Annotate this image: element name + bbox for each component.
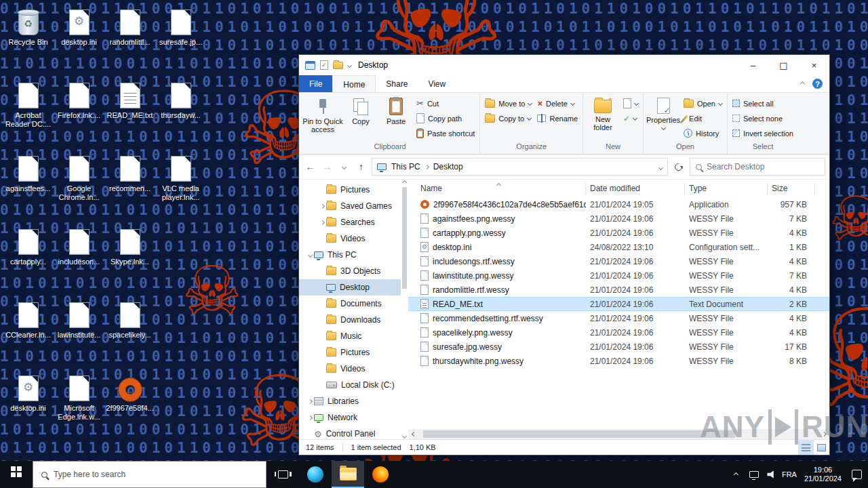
new-folder-button[interactable]: New folder — [585, 95, 620, 141]
move-to-button[interactable]: Move to — [482, 97, 534, 110]
sidebar-item-desktop[interactable]: Desktop — [299, 279, 401, 296]
desktop-icon-includesongs[interactable]: includeson... — [54, 222, 104, 296]
taskbar-clock[interactable]: 19:06 21/01/2024 — [798, 466, 848, 483]
scroll-down-icon[interactable] — [402, 434, 407, 439]
column-header-type[interactable]: Type — [685, 182, 768, 195]
file-row[interactable]: ⚙desktop.ini24/08/2022 13:10Configuratio… — [408, 240, 829, 254]
address-bar[interactable]: This PC Desktop — [372, 158, 668, 176]
paste-shortcut-button[interactable]: Paste shortcut — [414, 127, 477, 140]
tab-share[interactable]: Share — [376, 75, 418, 92]
close-button[interactable]: × — [799, 55, 829, 75]
cut-button[interactable]: ✂Cut — [414, 97, 477, 110]
file-row[interactable]: suresafe.jpg.wessy21/01/2024 19:06WESSY … — [408, 340, 829, 354]
tab-file[interactable]: File — [299, 75, 332, 92]
desktop-icon-desktop-ini-2[interactable]: ⚙desktop.ini — [3, 369, 54, 442]
show-hidden-icons-button[interactable] — [728, 461, 745, 488]
sidebar-item-network[interactable]: Network — [299, 409, 401, 426]
sidebar-item-local-disk-c[interactable]: Local Disk (C:) — [299, 377, 401, 393]
sidebar-item-control-panel[interactable]: ⚙Control Panel — [299, 426, 401, 439]
sidebar-item-downloads[interactable]: Downloads — [299, 312, 401, 328]
column-header-size[interactable]: Size — [768, 182, 815, 195]
sidebar-item-videos[interactable]: Videos — [299, 361, 401, 377]
desktop-icon-suresafe[interactable]: suresafe.jp... — [155, 3, 206, 76]
file-row[interactable]: includesongs.rtf.wessy21/01/2024 19:06WE… — [408, 254, 829, 268]
copy-button[interactable]: Copy — [343, 95, 378, 141]
desktop-icon-chrome[interactable]: Google Chrome.ln... — [54, 149, 104, 222]
file-row[interactable]: cartapply.png.wessy21/01/2024 19:06WESSY… — [408, 226, 829, 240]
desktop-icon-againstfees[interactable]: againstfees... — [3, 149, 54, 222]
column-header-date-modified[interactable]: Date modified — [586, 182, 685, 195]
history-button[interactable]: History — [681, 127, 725, 140]
scroll-up-icon[interactable] — [402, 180, 407, 185]
help-icon[interactable]: ? — [812, 79, 823, 89]
desktop-icon-thursdaywhite[interactable]: thursdayw... — [155, 76, 206, 149]
desktop-icon-recommendedsetting[interactable]: recommen... — [104, 149, 155, 222]
desktop-icon-read-me[interactable]: READ_ME.txt — [104, 76, 155, 149]
column-header-name[interactable]: Name — [408, 182, 586, 195]
sidebar-item-saved-games[interactable]: Saved Games — [299, 198, 401, 214]
breadcrumb-desktop[interactable]: Desktop — [433, 162, 463, 171]
file-row[interactable]: spacelikely.png.wessy21/01/2024 19:06WES… — [408, 325, 829, 340]
sidebar-item-videos-user[interactable]: Videos — [299, 230, 401, 247]
file-row[interactable]: lawinstitute.png.wessy21/01/2024 19:06WE… — [408, 268, 829, 283]
sidebar-item-this-pc[interactable]: This PC — [299, 247, 401, 263]
forward-button[interactable]: → — [319, 159, 336, 175]
select-all-button[interactable]: Select all — [730, 97, 796, 110]
desktop-icon-malware-app[interactable]: 2f9967e58f4... — [104, 369, 155, 442]
desktop-icon-desktop-ini[interactable]: ⚙desktop.ini — [54, 3, 104, 76]
desktop-icon-lawinstitute[interactable]: lawinstitute... — [54, 296, 104, 369]
scrollbar-thumb[interactable] — [423, 430, 735, 438]
file-row[interactable]: thursdaywhite.png.wessy21/01/2024 19:06W… — [408, 354, 829, 368]
desktop-icon-edge[interactable]: Microsoft Edge.lnk.w... — [54, 369, 104, 442]
file-row-selected[interactable]: READ_ME.txt21/01/2024 19:06Text Document… — [408, 297, 829, 311]
search-box[interactable]: Search Desktop — [690, 158, 825, 176]
properties-button[interactable]: Properties — [646, 95, 681, 141]
network-tray-button[interactable] — [745, 461, 763, 488]
volume-tray-button[interactable] — [763, 461, 781, 488]
taskbar-firefox-button[interactable] — [364, 461, 397, 488]
language-indicator[interactable]: FRA — [781, 461, 798, 488]
address-dropdown-chevron[interactable] — [658, 165, 663, 170]
file-row[interactable]: randomlittle.rtf.wessy21/01/2024 19:06WE… — [408, 283, 829, 297]
easy-access-button[interactable]: ✓ — [620, 112, 641, 125]
taskbar-search-box[interactable]: Type here to search — [33, 461, 267, 488]
desktop-icon-randomlittle[interactable]: randomlittl... — [104, 3, 155, 76]
desktop-icon-firefox[interactable]: Firefox.lnk.... — [54, 76, 104, 149]
action-center-button[interactable] — [848, 461, 865, 488]
sidebar-item-pictures[interactable]: Pictures — [299, 344, 401, 361]
new-item-button[interactable] — [620, 97, 641, 110]
desktop-icon-acrobat[interactable]: Acrobat Reader DC.... — [3, 76, 54, 149]
paste-button[interactable]: Paste — [378, 95, 414, 141]
tab-home[interactable]: Home — [332, 75, 376, 92]
desktop-icon-spacelikely[interactable]: spacelikely... — [104, 296, 155, 369]
sidebar-item-3d-objects[interactable]: 3D Objects — [299, 263, 401, 279]
file-row[interactable]: recommendedsetting.rtf.wessy21/01/2024 1… — [408, 311, 829, 325]
desktop-icon-skype[interactable]: Skype.lnk... — [104, 222, 155, 296]
sidebar-item-documents[interactable]: Documents — [299, 296, 401, 312]
desktop-icon-recycle-bin[interactable]: Recycle Bin — [3, 3, 54, 76]
qat-customize-chevron[interactable] — [347, 62, 352, 67]
select-none-button[interactable]: Select none — [730, 112, 796, 125]
delete-button[interactable]: ×Delete — [534, 97, 580, 110]
maximize-button[interactable]: □ — [768, 55, 799, 75]
sidebar-item-music[interactable]: Music — [299, 328, 401, 344]
file-row[interactable]: 2f9967e58f4c436c102a7de4c8e5b5aef61d...2… — [408, 197, 829, 211]
open-button[interactable]: Open — [681, 97, 725, 110]
pin-to-quick-access-button[interactable]: Pin to Quick access — [302, 95, 343, 141]
qat-properties-icon[interactable] — [320, 60, 328, 70]
ribbon-collapse-chevron[interactable] — [800, 81, 805, 86]
breadcrumb-chevron[interactable] — [425, 164, 429, 169]
breadcrumb-this-pc[interactable]: This PC — [391, 162, 420, 171]
scroll-left-icon[interactable] — [408, 432, 419, 436]
rename-button[interactable]: Rename — [534, 112, 580, 125]
up-button[interactable]: ↑ — [353, 159, 370, 175]
minimize-button[interactable]: – — [738, 55, 768, 75]
qat-new-folder-icon[interactable] — [333, 62, 343, 69]
desktop-icon-vlc[interactable]: VLC media player.lnk... — [155, 149, 206, 222]
copy-to-button[interactable]: Copy to — [482, 112, 534, 125]
copy-path-button[interactable]: Copy path — [414, 112, 477, 125]
desktop-icon-ccleaner[interactable]: CCleaner.ln... — [3, 296, 54, 369]
sidebar-item-libraries[interactable]: Libraries — [299, 393, 401, 409]
task-view-button[interactable] — [267, 461, 299, 488]
taskbar-explorer-button[interactable] — [332, 461, 364, 488]
